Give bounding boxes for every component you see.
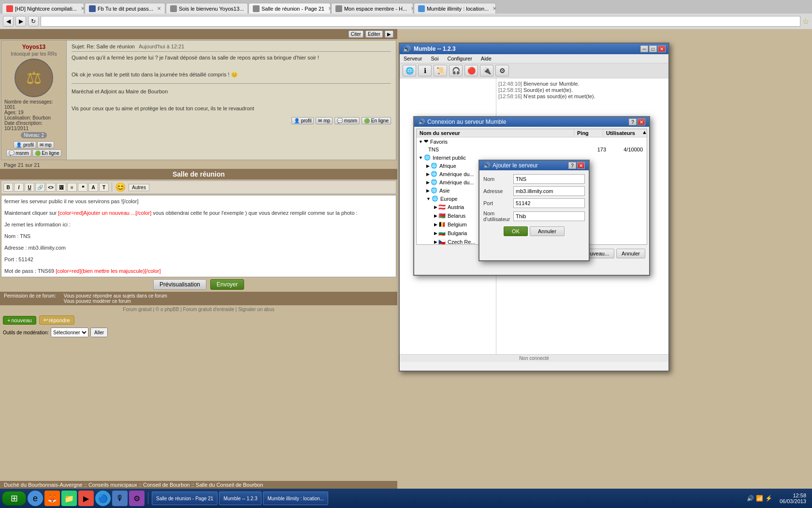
italic-button[interactable]: I xyxy=(14,183,24,192)
reply-button[interactable]: ↩ répondre xyxy=(39,315,74,325)
profil-button[interactable]: 👤 profil xyxy=(14,141,36,149)
tab-mumble[interactable]: Mumble illimity : location... ✕ xyxy=(414,3,496,14)
mumble-menu-serveur[interactable]: Serveur xyxy=(402,55,424,62)
mumble-menu-aide[interactable]: Aide xyxy=(479,55,493,62)
mumble-menu-soi[interactable]: Soi xyxy=(429,55,441,62)
tab-fb[interactable]: Fb Tu te dit peut pass... ✕ xyxy=(85,3,165,14)
footer-signaler[interactable]: Signaler un abus xyxy=(238,307,275,312)
autres-button[interactable]: Autres xyxy=(129,184,149,191)
tab-sois[interactable]: Sois le bienvenu Yoyos13... ✕ xyxy=(166,3,248,14)
mp-button[interactable]: ✉ mp xyxy=(37,141,54,149)
tray-icon-1: 🔊 xyxy=(747,495,754,502)
bookmark-star[interactable]: ☆ xyxy=(802,17,809,26)
connexion-annuler-button[interactable]: Annuler xyxy=(616,249,645,258)
msnm-button[interactable]: 💬 msnm xyxy=(6,149,31,157)
mumble-taskbar-icon[interactable]: 🎙 xyxy=(112,491,128,506)
cert-tool-button[interactable]: 📜 xyxy=(434,65,447,76)
footer-entraide[interactable]: Forum gratuit d'entraide xyxy=(183,307,234,312)
info-tool-button[interactable]: ℹ xyxy=(418,65,432,76)
back-button[interactable]: ◀ xyxy=(3,16,14,27)
media-taskbar-icon[interactable]: ▶ xyxy=(78,491,94,506)
port-input[interactable] xyxy=(513,198,585,208)
tns-label: TNS xyxy=(428,147,577,152)
tab-close-nightcore[interactable]: ✕ xyxy=(81,6,84,11)
footer-phpbb[interactable]: phpBB xyxy=(164,307,179,312)
code-button[interactable]: <> xyxy=(46,183,56,192)
list-button[interactable]: ≡ xyxy=(67,183,77,192)
chrome-taskbar-icon[interactable]: 🔵 xyxy=(95,491,111,506)
server-list-headers: Nom du serveur Ping Utilisateurs ▲ xyxy=(417,129,647,137)
bold-button[interactable]: B xyxy=(3,183,13,192)
tab-mon-espace[interactable]: Mon espace membre - H... ✕ xyxy=(331,3,413,14)
refresh-button[interactable]: ↻ xyxy=(28,16,39,27)
headset-tool-button[interactable]: 🎧 xyxy=(449,65,463,76)
post-subject: Sujet: Re: Salle de réunion xyxy=(72,44,135,49)
globe-tool-button[interactable]: 🌐 xyxy=(403,65,416,76)
nom-input[interactable] xyxy=(513,174,585,184)
more-button[interactable]: ▶ xyxy=(385,30,393,38)
adresse-input[interactable] xyxy=(513,186,585,196)
user-age: Ages: 19 xyxy=(4,110,63,115)
quote-button[interactable]: Citer xyxy=(348,30,363,38)
profil-bottom-button[interactable]: 👤 profil xyxy=(291,117,314,124)
ie-taskbar-icon[interactable]: e xyxy=(28,491,43,506)
size-button[interactable]: T xyxy=(99,183,109,192)
color-button[interactable]: A xyxy=(88,183,98,192)
tree-favorites[interactable]: ▼ ❤ Favoris xyxy=(417,137,647,146)
firefox-taskbar-icon[interactable]: 🦊 xyxy=(44,491,60,506)
connexion-help-button[interactable]: ? xyxy=(629,119,637,125)
preview-button[interactable]: Prévisualisation xyxy=(153,279,206,290)
new-topic-button[interactable]: + nouveau xyxy=(3,316,36,325)
quote-editor-button[interactable]: ❝ xyxy=(78,183,87,192)
tab-salle[interactable]: Salle de réunion - Page 21 ✕ xyxy=(248,3,331,14)
ajouter-help-button[interactable]: ? xyxy=(568,162,576,169)
mute-tool-button[interactable]: 🔴 xyxy=(464,65,478,76)
online-bottom-button[interactable]: 🟢 En ligne xyxy=(362,117,391,124)
mumble-maximize-button[interactable]: □ xyxy=(649,45,657,52)
folder-taskbar-icon[interactable]: 📁 xyxy=(61,491,77,506)
tab-favicon-nightcore xyxy=(6,5,13,12)
address-input[interactable]: bourbon-auvergne.forumactif.com/t12225p3… xyxy=(41,16,800,27)
smiley-picker[interactable]: 😊 xyxy=(115,182,126,193)
mp-bottom-button[interactable]: ✉ mp xyxy=(316,117,333,124)
tns-server-row[interactable]: TNS 173 4/10000 xyxy=(426,146,647,153)
taskbar-salle-button[interactable]: Salle de réunion - Page 21 xyxy=(152,492,218,505)
underline-button[interactable]: U xyxy=(25,183,34,192)
taskbar-mumble-button[interactable]: Mumble -- 1.2.3 xyxy=(219,492,261,505)
mod-tools-select[interactable]: Sélectionner xyxy=(51,328,88,337)
mod-tools-label: Outils de modération: xyxy=(3,330,49,335)
mumble-minimize-button[interactable]: ─ xyxy=(640,45,648,52)
author-badge: Intoxiqué par les RRs xyxy=(4,51,63,57)
msnm-bottom-button[interactable]: 💬 msnm xyxy=(334,117,360,124)
mumble-menu-configurer[interactable]: Configurer xyxy=(445,55,474,62)
tab-nightcore[interactable]: [HD] Nightcore compilati... ✕ xyxy=(2,3,84,14)
ajouter-ok-button[interactable]: OK xyxy=(504,226,528,236)
tab-close-mumble[interactable]: ✕ xyxy=(493,6,496,11)
editor-content[interactable]: fermer les serveur public il ne vous ser… xyxy=(1,195,396,277)
post-bottom-actions: 👤 profil ✉ mp 💬 msnm 🟢 En ligne xyxy=(72,117,391,124)
mumble-logo-icon: 🔊 xyxy=(403,45,411,53)
connect-tool-button[interactable]: 🔌 xyxy=(480,65,493,76)
mod-go-button[interactable]: Aller xyxy=(90,328,108,337)
username-input[interactable] xyxy=(513,211,585,221)
edit-button[interactable]: Editer xyxy=(365,30,383,38)
tab-close-fb[interactable]: ✕ xyxy=(157,6,161,11)
submit-button[interactable]: Envoyer xyxy=(210,279,244,290)
img-button[interactable]: 🖼 xyxy=(57,183,66,192)
austria-flag: 🇦🇹 xyxy=(438,204,446,210)
settings-tool-button[interactable]: ⚙ xyxy=(495,65,509,76)
tab-close-mon-espace[interactable]: ✕ xyxy=(411,6,413,11)
ajouter-close-button[interactable]: ✕ xyxy=(577,162,585,169)
settings-taskbar-icon[interactable]: ⚙ xyxy=(129,491,145,506)
connexion-close-button[interactable]: ✕ xyxy=(638,119,645,125)
forward-button[interactable]: ▶ xyxy=(15,16,26,27)
tab-close-salle[interactable]: ✕ xyxy=(328,6,331,11)
post-author-sidebar: Yoyos13 Intoxiqué par les RRs ⚖ Nombre d… xyxy=(1,41,67,160)
ajouter-annuler-button[interactable]: Annuler xyxy=(530,226,565,236)
mumble-close-button[interactable]: ✕ xyxy=(658,45,666,52)
start-button[interactable]: ⊞ xyxy=(2,491,26,506)
taskbar-mumble-location-button[interactable]: Mumble illimity : location... xyxy=(263,492,328,505)
footer-forum-gratuit[interactable]: Forum gratuit xyxy=(123,307,151,312)
link-button[interactable]: 🔗 xyxy=(35,183,45,192)
online-button[interactable]: 🟢 En ligne xyxy=(32,149,62,157)
